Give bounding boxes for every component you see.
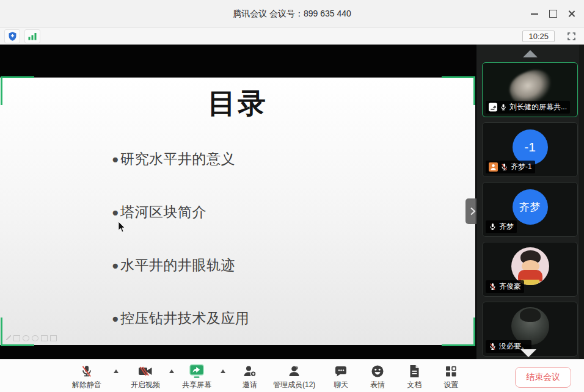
participant-tile[interactable]: 没必要。 [482,302,578,357]
scroll-down-arrow[interactable] [520,349,536,357]
security-shield-button[interactable] [4,29,20,43]
fullscreen-button[interactable] [563,29,579,43]
host-badge-icon [489,162,498,172]
avatar: 齐梦 [513,189,548,225]
participant-name: 齐俊豪 [499,281,521,292]
members-icon [287,364,302,379]
document-icon [407,364,421,379]
participant-tile[interactable]: 齐梦 齐梦 [482,182,578,237]
mic-options-caret[interactable] [114,369,119,373]
settings-grid-icon [443,364,458,379]
status-bar: 10:25 [0,28,584,45]
camera-off-icon [137,364,153,379]
shield-plus-icon [7,31,18,42]
slide-bullet: ●控压钻井技术及应用 [112,309,249,328]
participant-name: 刘长健的屏幕共... [509,102,567,112]
sidebar-scrollbar[interactable] [579,45,584,359]
share-border-corner-bottomright [442,318,475,346]
slide-bullet: ●研究水平井的意义 [112,150,235,169]
signal-bars-icon [27,31,37,41]
invite-person-icon [243,364,257,379]
docs-button[interactable]: 文档 [407,363,422,390]
start-video-button[interactable]: 开启视频 [131,363,160,390]
sidebar-collapse-handle[interactable] [465,198,476,224]
participant-label: 刘长健的屏幕共... [486,101,570,114]
network-signal-button[interactable] [24,29,40,43]
participants-sidebar: 刘长健的屏幕共... -1 齐梦-1 齐梦 [476,45,584,359]
mic-on-icon [500,103,507,111]
share-options-caret[interactable] [221,369,225,373]
participant-tile-sharer[interactable]: 刘长健的屏幕共... [482,62,578,117]
participant-tile[interactable]: -1 齐梦-1 [482,122,578,177]
avatar [511,307,549,345]
close-button[interactable] [562,5,580,23]
participant-label: 齐梦-1 [486,161,535,173]
close-icon [568,10,575,18]
presentation-slide: 目录 ●研究水平井的意义 ●塔河区块简介 ●水平井的井眼轨迹 ●控压钻井技术及应… [0,78,475,345]
end-meeting-button[interactable]: 结束会议 [515,367,571,388]
chevron-right-icon [470,207,476,216]
scroll-up-arrow[interactable] [523,50,538,57]
bottom-toolbar: 解除静音 开启视频 共享屏幕 [0,359,584,392]
title-bar: 腾讯会议 会议号：899 635 440 [0,0,584,28]
mic-muted-icon [489,343,497,350]
minimize-icon [531,13,538,15]
window-title: 腾讯会议 会议号：899 635 440 [233,9,351,20]
avatar [511,247,549,285]
share-screen-button[interactable]: 共享屏幕 [182,363,211,390]
maximize-button[interactable] [544,5,562,23]
chat-bubble-icon [334,364,348,379]
slide-title: 目录 [0,85,475,123]
invite-button[interactable]: 邀请 [243,363,257,390]
settings-button[interactable]: 设置 [443,363,458,390]
mic-muted-icon [489,283,497,291]
unmute-button[interactable]: 解除静音 [72,363,101,390]
share-border-corner-bottomleft [1,318,34,346]
fullscreen-icon [566,31,577,42]
emoji-smiley-icon [370,364,385,379]
participant-tile[interactable]: 齐俊豪 [482,242,578,297]
slide-bullet: ●塔河区块简介 [112,203,206,222]
shared-screen-stage: 目录 ●研究水平井的意义 ●塔河区块简介 ●水平井的井眼轨迹 ●控压钻井技术及应… [0,45,476,359]
slide-bullet: ●水平井的井眼轨迹 [112,256,235,275]
share-screen-active-icon [189,363,205,379]
screen-share-badge-icon [489,103,497,112]
participant-name: 齐梦-1 [511,162,532,172]
mic-muted-icon [500,163,508,171]
chat-button[interactable]: 聊天 [334,363,348,390]
emoji-button[interactable]: 表情 [370,363,385,390]
maximize-icon [549,10,557,18]
avatar: -1 [513,129,548,165]
window-controls [525,0,580,27]
mouse-cursor [118,221,126,233]
manage-members-button[interactable]: 管理成员(12) [273,363,315,390]
minimize-button[interactable] [525,5,544,23]
participant-name: 齐梦 [499,222,514,232]
mic-muted-icon [79,364,94,379]
participant-label: 齐梦 [486,220,517,233]
mic-on-icon [489,223,497,231]
video-options-caret[interactable] [169,369,174,373]
participant-label: 齐俊豪 [486,280,524,293]
meeting-timer: 10:25 [522,31,555,42]
annotation-tools-watermark [6,335,57,341]
